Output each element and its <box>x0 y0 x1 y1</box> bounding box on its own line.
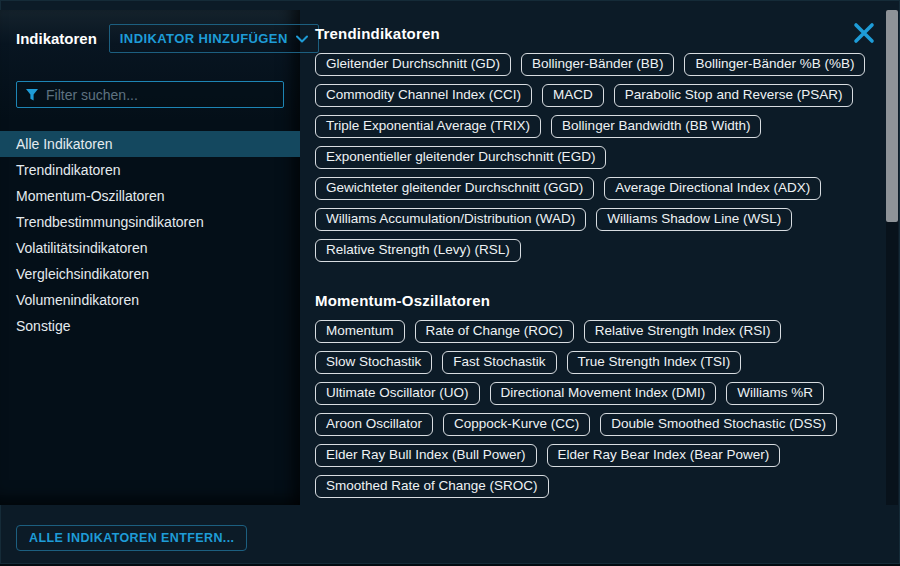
indicator-pill[interactable]: Fast Stochastik <box>442 351 556 374</box>
indicator-pill[interactable]: Relative Strength (Levy) (RSL) <box>315 239 521 262</box>
indicator-pill[interactable]: Rate of Change (ROC) <box>415 320 574 343</box>
indicator-pill[interactable]: Average Directional Index (ADX) <box>604 177 821 200</box>
indicator-pill[interactable]: Bollinger-Bänder %B (%B) <box>684 53 865 76</box>
indicator-pill[interactable]: Double Smoothed Stochastic (DSS) <box>600 413 837 436</box>
sidebar-category-item[interactable]: Alle Indikatoren <box>0 131 300 157</box>
indicator-sidebar: Indikatoren INDIKATOR HINZUFÜGEN Alle In… <box>0 10 300 505</box>
indicator-pill[interactable]: Gewichteter gleitender Durchschnitt (GGD… <box>315 177 594 200</box>
indicator-pill[interactable]: Directional Movement Index (DMI) <box>490 382 717 405</box>
filter-funnel-icon <box>25 88 39 102</box>
filter-search-input[interactable] <box>46 87 275 103</box>
chevron-down-icon <box>296 35 308 43</box>
remove-all-indicators-button[interactable]: ALLE INDIKATOREN ENTFERN... <box>16 525 247 551</box>
indicator-pill[interactable]: Aroon Oscillator <box>315 413 433 436</box>
indicator-pill[interactable]: MACD <box>542 84 604 107</box>
scrollbar-thumb[interactable] <box>886 10 898 222</box>
indicator-pill[interactable]: Triple Exponential Average (TRIX) <box>315 115 541 138</box>
indicator-pill[interactable]: Parabolic Stop and Reverse (PSAR) <box>614 84 854 107</box>
section-title: Momentum-Oszillatoren <box>315 292 895 309</box>
indicator-pill[interactable]: Gleitender Durchschnitt (GD) <box>315 53 511 76</box>
add-indicator-button-label: INDIKATOR HINZUFÜGEN <box>120 31 288 46</box>
indicator-pill[interactable]: Bollinger Bandwidth (BB Width) <box>551 115 761 138</box>
indicator-main-panel: TrendindikatorenGleitender Durchschnitt … <box>315 25 895 528</box>
sidebar-category-item[interactable]: Volumenindikatoren <box>0 287 300 313</box>
sidebar-category-item[interactable]: Trendbestimmungsindikatoren <box>0 209 300 235</box>
indicator-dialog: Indikatoren INDIKATOR HINZUFÜGEN Alle In… <box>0 0 900 566</box>
indicator-pill[interactable]: Elder Ray Bull Index (Bull Power) <box>315 444 537 467</box>
filter-search-box[interactable] <box>16 81 284 108</box>
indicator-pill[interactable]: Williams Accumulation/Distribution (WAD) <box>315 208 586 231</box>
indicator-pill[interactable]: Ultimate Oscillator (UO) <box>315 382 480 405</box>
section-title: Trendindikatoren <box>315 25 895 42</box>
close-icon[interactable] <box>852 21 876 45</box>
sidebar-category-item[interactable]: Trendindikatoren <box>0 157 300 183</box>
indicator-pill[interactable]: Slow Stochastik <box>315 351 432 374</box>
indicator-pill[interactable]: Williams Shadow Line (WSL) <box>596 208 792 231</box>
indicator-pill[interactable]: True Strength Index (TSI) <box>567 351 742 374</box>
sidebar-header: Indikatoren INDIKATOR HINZUFÜGEN <box>0 10 300 53</box>
indicator-pill[interactable]: Smoothed Rate of Change (SROC) <box>315 475 549 498</box>
indicator-pill[interactable]: Coppock-Kurve (CC) <box>443 413 590 436</box>
scrollbar-track[interactable] <box>886 10 898 505</box>
indicator-pill-group: Gleitender Durchschnitt (GD)Bollinger-Bä… <box>315 53 895 262</box>
indicator-pill[interactable]: Williams %R <box>726 382 824 405</box>
indicator-pill[interactable]: Bollinger-Bänder (BB) <box>521 53 674 76</box>
indicator-pill[interactable]: Relative Strength Index (RSI) <box>584 320 782 343</box>
add-indicator-button[interactable]: INDIKATOR HINZUFÜGEN <box>109 24 319 53</box>
indicator-pill[interactable]: Elder Ray Bear Index (Bear Power) <box>547 444 781 467</box>
sidebar-category-item[interactable]: Sonstige <box>0 313 300 339</box>
sidebar-title: Indikatoren <box>16 30 97 47</box>
indicator-pill[interactable]: Commodity Channel Index (CCI) <box>315 84 532 107</box>
sidebar-category-item[interactable]: Momentum-Oszillatoren <box>0 183 300 209</box>
indicator-pill[interactable]: Momentum <box>315 320 405 343</box>
indicator-pill[interactable]: Exponentieller gleitender Durchschnitt (… <box>315 146 606 169</box>
sidebar-category-item[interactable]: Volatilitätsindikatoren <box>0 235 300 261</box>
category-list: Alle IndikatorenTrendindikatorenMomentum… <box>0 131 300 339</box>
sidebar-category-item[interactable]: Vergleichsindikatoren <box>0 261 300 287</box>
indicator-pill-group: MomentumRate of Change (ROC)Relative Str… <box>315 320 895 498</box>
